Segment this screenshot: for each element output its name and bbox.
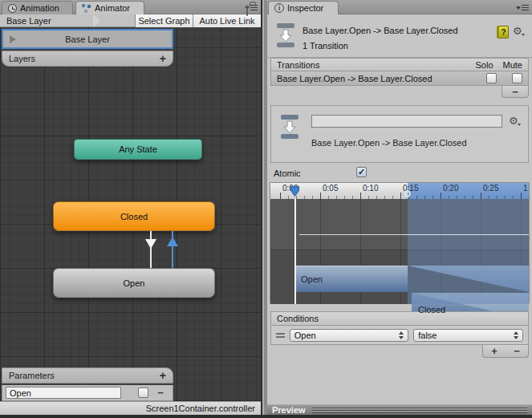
ruler-tick-label: 0:25	[483, 184, 498, 193]
transition-timeline[interactable]: Open Closed 0:0	[270, 182, 530, 303]
state-node-closed[interactable]: Closed	[53, 201, 215, 231]
unity-editor: Animation Animator Base Layer Select Gra…	[0, 0, 532, 418]
transition-list-row[interactable]: Base Layer.Open -> Base Layer.Closed	[270, 71, 529, 86]
mute-checkbox[interactable]	[512, 73, 522, 83]
tab-animation-label: Animation	[20, 3, 59, 13]
timeline-ruler[interactable]: 0:00 0:05 0:10 0:15 0:20 0:25 1	[270, 183, 529, 199]
preview-label: Preview	[272, 405, 306, 415]
transitions-header: Transitions Solo Mute	[270, 58, 529, 71]
add-layer-button[interactable]: +	[160, 52, 166, 65]
transition-count: 1 Transition	[303, 41, 348, 51]
preview-drag-handle[interactable]	[312, 408, 527, 413]
select-graph-button[interactable]: Select Graph	[135, 14, 193, 27]
state-node-any-state[interactable]: Any State	[74, 139, 202, 160]
atomic-checkbox[interactable]	[356, 167, 367, 177]
inspector-panel: Inspector Base Layer.Open -> Base Layer.…	[267, 0, 532, 418]
inspector-menu-icon[interactable]	[516, 5, 529, 10]
inspector-header: Base Layer.Open -> Base Layer.Closed 1 T…	[267, 14, 532, 58]
state-node-open[interactable]: Open	[53, 268, 215, 298]
ruler-tick-label: 0:05	[323, 184, 338, 193]
controller-name: Screen1Container.controller	[146, 404, 255, 413]
panel-splitter[interactable]	[261, 0, 267, 418]
tab-inspector[interactable]: Inspector	[268, 1, 339, 14]
transition-start-marker[interactable]	[404, 190, 411, 197]
timeline-bar-open[interactable]: Open	[294, 266, 408, 292]
dropdown-arrows-icon	[514, 331, 518, 339]
transition-icon	[275, 22, 296, 49]
tab-animator[interactable]: Animator	[75, 1, 144, 14]
drag-handle-icon[interactable]	[276, 333, 285, 338]
condition-parameter-dropdown[interactable]: Open	[290, 329, 408, 342]
breadcrumb-chevron-icon	[93, 14, 100, 27]
animator-panel: Animation Animator Base Layer Select Gra…	[0, 0, 261, 418]
gear-dropdown-icon	[522, 34, 525, 36]
parameters-header: Parameters +	[2, 367, 173, 384]
remove-condition-button[interactable]: −	[506, 345, 528, 357]
layers-header: Layers +	[2, 51, 173, 67]
animator-icon	[82, 4, 91, 13]
conditions-footer: + −	[482, 345, 529, 358]
info-icon	[274, 3, 284, 13]
inspector-tabbar: Inspector	[267, 0, 532, 14]
layer-row-base-layer[interactable]: Base Layer	[2, 29, 173, 49]
transition-arrowhead-down-icon	[145, 239, 156, 249]
tab-animation[interactable]: Animation	[2, 1, 73, 14]
transition-detail-label: Base Layer.Open -> Base Layer.Closed	[311, 138, 467, 148]
solo-column-label: Solo	[476, 60, 493, 70]
layer-name: Base Layer	[65, 34, 110, 44]
breadcrumb-bar: Base Layer Select Graph Auto Live Link	[0, 14, 261, 27]
solo-checkbox[interactable]	[486, 73, 497, 83]
gear-icon[interactable]: ⚙	[513, 26, 522, 36]
window-bottom-edge	[0, 415, 532, 418]
parameter-value-checkbox[interactable]	[138, 388, 148, 398]
clock-icon	[8, 4, 17, 13]
playhead-marker[interactable]	[290, 185, 300, 197]
tab-inspector-label: Inspector	[287, 3, 323, 13]
condition-row: Open false	[270, 326, 529, 345]
transition-detail-block: ⚙ Base Layer.Open -> Base Layer.Closed	[270, 105, 529, 163]
detail-gear-dropdown-icon	[518, 124, 521, 126]
parameter-name-field[interactable]: Open	[6, 387, 121, 399]
tab-animator-label: Animator	[95, 3, 130, 13]
breadcrumb[interactable]: Base Layer	[6, 16, 51, 26]
ruler-tick-label: 0:20	[443, 184, 458, 193]
dropdown-arrows-icon	[399, 331, 404, 339]
auto-live-link-button[interactable]: Auto Live Link	[193, 14, 261, 27]
help-icon[interactable]	[497, 26, 509, 39]
lock-icon[interactable]	[246, 5, 248, 16]
timeline-value-line	[299, 234, 529, 235]
animator-graph-canvas[interactable]: Base Layer Layers + Any State Closed Ope…	[0, 27, 261, 401]
conditions-header: Conditions	[270, 311, 529, 326]
ruler-tick-label: 0:10	[363, 184, 378, 193]
transition-arrow-closed-to-open[interactable]	[150, 231, 152, 268]
detail-gear-icon[interactable]: ⚙	[509, 116, 518, 126]
add-parameter-button[interactable]: +	[160, 369, 166, 382]
atomic-label: Atomic	[274, 168, 301, 178]
layer-play-icon	[10, 35, 16, 43]
transition-name-field[interactable]	[311, 115, 502, 128]
transition-arrowhead-up-icon	[167, 237, 178, 246]
timeline-body: Open Closed	[270, 199, 529, 304]
animator-status-bar: Screen1Container.controller	[0, 401, 261, 415]
animator-tabbar: Animation Animator	[0, 0, 261, 14]
transition-title: Base Layer.Open -> Base Layer.Closed	[303, 26, 458, 35]
remove-transition-button[interactable]: −	[502, 86, 529, 98]
parameter-row: Open −	[2, 385, 173, 401]
ruler-tick-label: 1	[523, 184, 528, 193]
remove-parameter-button[interactable]: −	[148, 387, 173, 399]
condition-value-dropdown[interactable]: false	[413, 329, 523, 342]
preview-bar[interactable]: Preview	[267, 404, 532, 415]
playhead-line[interactable]	[294, 199, 296, 304]
transition-icon	[279, 113, 300, 140]
timeline-transition-region	[408, 199, 529, 304]
add-condition-button[interactable]: +	[483, 345, 506, 357]
mute-column-label: Mute	[503, 60, 522, 70]
